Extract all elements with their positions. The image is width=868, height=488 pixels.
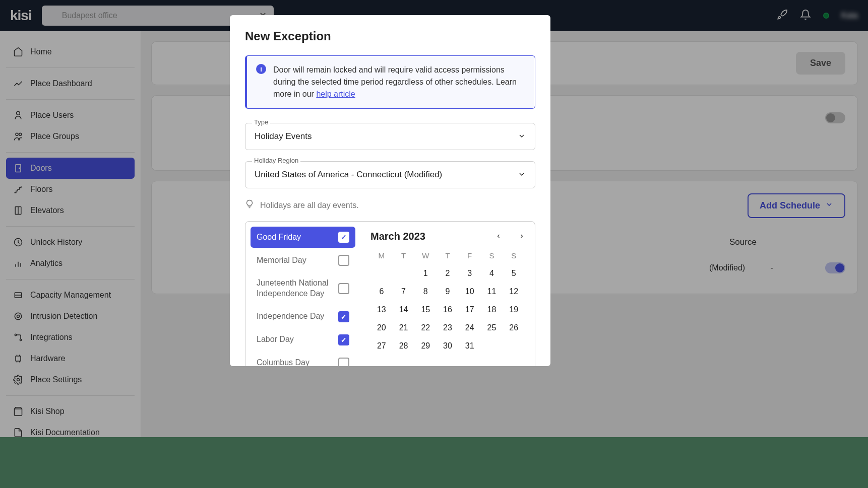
hint-row: Holidays are all day events. bbox=[245, 199, 535, 211]
holiday-calendar-split: Good Friday✓Memorial DayJuneteenth Natio… bbox=[245, 221, 535, 366]
holiday-name: Columbus Day bbox=[257, 358, 333, 366]
holiday-item[interactable]: Labor Day✓ bbox=[251, 329, 355, 351]
info-banner: i Door will remain locked and will requi… bbox=[245, 55, 535, 109]
calendar-dow: S bbox=[481, 251, 503, 260]
calendar-day[interactable]: 29 bbox=[414, 341, 437, 351]
modal-title: New Exception bbox=[245, 29, 535, 43]
calendar-day[interactable]: 9 bbox=[437, 287, 459, 296]
calendar-grid: MTWTFSS123456789101112131415161718192021… bbox=[370, 251, 525, 351]
holiday-checkbox[interactable]: ✓ bbox=[338, 311, 349, 322]
help-link[interactable]: help article bbox=[316, 90, 355, 98]
calendar-day[interactable]: 14 bbox=[393, 305, 415, 314]
holiday-checkbox[interactable] bbox=[338, 358, 349, 366]
calendar-dow: M bbox=[370, 251, 393, 260]
chevron-down-icon bbox=[518, 132, 526, 142]
calendar-dow: T bbox=[393, 251, 415, 260]
holiday-item[interactable]: Columbus Day bbox=[251, 353, 355, 366]
region-field: Holiday Region United States of America … bbox=[245, 161, 535, 188]
type-select[interactable]: Holiday Events bbox=[245, 123, 535, 150]
calendar-day[interactable]: 2 bbox=[437, 269, 459, 278]
calendar-day[interactable]: 19 bbox=[503, 305, 525, 314]
holiday-checkbox[interactable] bbox=[338, 255, 349, 266]
calendar-month: March 2023 bbox=[370, 231, 425, 242]
calendar-day[interactable]: 28 bbox=[393, 341, 415, 351]
calendar-day[interactable]: 22 bbox=[414, 323, 437, 332]
type-label: Type bbox=[252, 118, 270, 126]
type-field: Type Holiday Events bbox=[245, 123, 535, 150]
calendar-day[interactable]: 10 bbox=[459, 287, 481, 296]
holiday-item[interactable]: Memorial Day bbox=[251, 250, 355, 271]
calendar-header: March 2023 bbox=[370, 231, 525, 242]
holiday-checkbox[interactable]: ✓ bbox=[338, 334, 349, 345]
calendar-day[interactable]: 7 bbox=[393, 287, 415, 296]
new-exception-modal: New Exception i Door will remain locked … bbox=[230, 15, 550, 366]
calendar-day[interactable]: 17 bbox=[459, 305, 481, 314]
info-icon: i bbox=[256, 64, 266, 74]
holiday-checkbox[interactable] bbox=[338, 283, 349, 294]
calendar-day[interactable]: 13 bbox=[370, 305, 393, 314]
calendar-day[interactable]: 3 bbox=[459, 269, 481, 278]
calendar-day[interactable]: 26 bbox=[503, 323, 525, 332]
lightbulb-icon bbox=[245, 199, 254, 211]
calendar-dow: F bbox=[459, 251, 481, 260]
calendar-dow: W bbox=[414, 251, 437, 260]
calendar-day[interactable]: 5 bbox=[503, 269, 525, 278]
holiday-name: Labor Day bbox=[257, 334, 333, 345]
calendar-day[interactable]: 20 bbox=[370, 323, 393, 332]
calendar-day[interactable]: 16 bbox=[437, 305, 459, 314]
chevron-down-icon bbox=[518, 170, 526, 180]
calendar-day[interactable]: 8 bbox=[414, 287, 437, 296]
hint-text: Holidays are all day events. bbox=[260, 201, 359, 210]
holiday-item[interactable]: Good Friday✓ bbox=[251, 227, 355, 248]
info-text: Door will remain locked and will require… bbox=[273, 64, 526, 100]
holiday-checkbox[interactable]: ✓ bbox=[338, 232, 349, 243]
calendar-day[interactable]: 1 bbox=[414, 269, 437, 278]
prev-month-button[interactable] bbox=[495, 232, 502, 241]
holiday-list: Good Friday✓Memorial DayJuneteenth Natio… bbox=[245, 222, 360, 366]
holiday-item[interactable]: Independence Day✓ bbox=[251, 306, 355, 327]
calendar-day[interactable]: 21 bbox=[393, 323, 415, 332]
holiday-name: Juneteenth National Independence Day bbox=[257, 278, 333, 299]
region-label: Holiday Region bbox=[252, 157, 300, 164]
calendar: March 2023 MTWTFSS1234567891011121314151… bbox=[360, 222, 535, 366]
calendar-day[interactable]: 25 bbox=[481, 323, 503, 332]
calendar-day[interactable]: 11 bbox=[481, 287, 503, 296]
calendar-dow: T bbox=[437, 251, 459, 260]
calendar-dow: S bbox=[503, 251, 525, 260]
calendar-day[interactable]: 31 bbox=[459, 341, 481, 351]
holiday-name: Independence Day bbox=[257, 311, 333, 322]
calendar-nav bbox=[495, 232, 525, 241]
region-select[interactable]: United States of America - Connecticut (… bbox=[245, 161, 535, 188]
holiday-name: Good Friday bbox=[257, 232, 333, 243]
holiday-name: Memorial Day bbox=[257, 255, 333, 266]
next-month-button[interactable] bbox=[519, 232, 525, 241]
calendar-day[interactable]: 23 bbox=[437, 323, 459, 332]
holiday-item[interactable]: Juneteenth National Independence Day bbox=[251, 273, 355, 304]
region-value: United States of America - Connecticut (… bbox=[255, 170, 442, 180]
calendar-day[interactable]: 18 bbox=[481, 305, 503, 314]
calendar-day[interactable]: 30 bbox=[437, 341, 459, 351]
calendar-day[interactable]: 24 bbox=[459, 323, 481, 332]
calendar-day[interactable]: 6 bbox=[370, 287, 393, 296]
type-value: Holiday Events bbox=[255, 131, 312, 142]
calendar-day[interactable]: 27 bbox=[370, 341, 393, 351]
calendar-day[interactable]: 12 bbox=[503, 287, 525, 296]
calendar-day[interactable]: 4 bbox=[481, 269, 503, 278]
calendar-day[interactable]: 15 bbox=[414, 305, 437, 314]
